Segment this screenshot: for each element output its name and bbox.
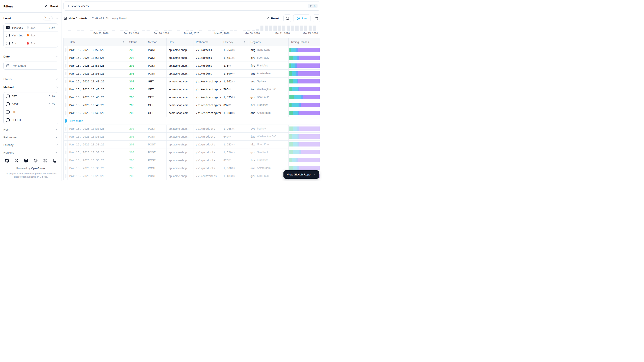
histogram-bar[interactable] (190, 30, 194, 31)
row-select-cell[interactable] (64, 156, 68, 164)
histogram-bar[interactable] (199, 30, 202, 31)
histogram-bar[interactable] (64, 31, 67, 31)
column-header-pathname[interactable]: Pathname (194, 38, 221, 46)
histogram-bar[interactable] (278, 26, 281, 31)
table-row[interactable]: Mar 15, 2026 10:30:26200POSTapi.acme-sho… (64, 125, 320, 133)
sun-icon[interactable] (34, 159, 38, 163)
histogram-bar[interactable] (98, 30, 102, 31)
histogram-bar[interactable] (308, 26, 312, 31)
histogram-bar[interactable] (296, 26, 298, 31)
row-select-cell[interactable] (64, 54, 68, 62)
view-github-repo-button[interactable]: View GitHub Repo (284, 170, 319, 179)
filters-reset-button[interactable]: Reset (50, 5, 58, 8)
section-regions[interactable]: Regions (4, 150, 58, 155)
section-status[interactable]: Status (4, 76, 58, 82)
column-header-regions[interactable]: Regions (248, 38, 288, 46)
chevron-down-icon[interactable] (55, 136, 58, 138)
table-row[interactable]: Mar 15, 2026 10:50:26200POSTapi.acme-sho… (64, 54, 320, 62)
histogram-bar[interactable] (77, 30, 80, 31)
histogram-bar[interactable] (230, 30, 233, 31)
histogram-bar[interactable] (282, 26, 285, 31)
chevron-up-icon[interactable] (55, 17, 58, 20)
row-select-cell[interactable] (64, 78, 68, 85)
histogram-bar[interactable] (164, 30, 168, 31)
x-logo-icon[interactable] (14, 159, 18, 163)
histogram-bar[interactable] (195, 31, 198, 31)
badge-clear-icon[interactable] (48, 17, 50, 20)
chevron-up-icon[interactable] (55, 86, 58, 88)
histogram-bar[interactable] (103, 30, 106, 31)
row-select-cell[interactable] (64, 101, 68, 109)
histogram-bar[interactable] (269, 26, 272, 31)
chevron-down-icon[interactable] (55, 78, 58, 80)
histogram-bar[interactable] (291, 26, 294, 31)
histogram-bar[interactable] (182, 31, 185, 31)
command-icon[interactable] (43, 159, 47, 163)
histogram-bar[interactable] (94, 31, 97, 31)
checkbox[interactable] (6, 102, 10, 106)
histogram-bar[interactable] (208, 30, 211, 31)
section-latency[interactable]: Latency (4, 142, 58, 147)
view-settings-button[interactable] (313, 14, 320, 22)
column-header-status[interactable]: Status (127, 38, 146, 46)
section-date[interactable]: Date (4, 54, 58, 59)
histogram-bar[interactable] (243, 30, 246, 31)
histogram-bar[interactable] (134, 30, 137, 31)
level-option-row[interactable]: Error5xx (4, 40, 58, 47)
method-option-row[interactable]: GET3.9k (4, 92, 58, 100)
histogram-bar[interactable] (238, 31, 242, 31)
chevron-down-icon[interactable] (55, 143, 58, 146)
row-select-cell[interactable] (64, 70, 68, 77)
hide-controls-button[interactable]: Hide Controls (64, 16, 88, 20)
histogram-bar[interactable] (260, 26, 264, 31)
row-select-cell[interactable] (64, 46, 68, 54)
row-select-cell[interactable] (64, 133, 68, 140)
section-level[interactable]: Level 1 (4, 16, 58, 21)
histogram-bar[interactable] (186, 30, 189, 31)
table-row[interactable]: Mar 15, 2026 10:30:26200POSTapi.acme-sho… (64, 156, 320, 164)
chevron-up-icon[interactable] (55, 55, 58, 58)
book-icon[interactable] (53, 159, 57, 163)
row-select-cell[interactable] (64, 86, 68, 93)
row-select-cell[interactable] (64, 62, 68, 70)
checkbox[interactable] (6, 42, 10, 45)
histogram-bar[interactable] (234, 30, 237, 31)
histogram-bar[interactable] (129, 31, 132, 31)
section-host[interactable]: Host (4, 127, 58, 132)
column-header-host[interactable]: Host (166, 38, 194, 46)
level-option-row[interactable]: Warning4xx (4, 32, 58, 40)
histogram-bar[interactable] (256, 29, 259, 31)
open-issue-link[interactable]: open an issue (21, 176, 36, 178)
histogram-bar[interactable] (173, 31, 176, 31)
row-select-cell[interactable] (64, 93, 68, 101)
histogram-bar[interactable] (107, 31, 110, 31)
column-header-latency[interactable]: Latency (221, 38, 248, 46)
histogram-bar[interactable] (274, 26, 277, 31)
histogram-bar[interactable] (68, 30, 71, 31)
level-option-row[interactable]: Success2xx7.6k (4, 24, 58, 32)
table-row[interactable]: Mar 15, 2026 10:40:26200GETacme-shop.com… (64, 101, 320, 109)
sort-icon[interactable] (122, 41, 125, 44)
method-option-row[interactable]: PUT (4, 108, 58, 116)
row-select-cell[interactable] (64, 164, 68, 172)
table-row[interactable]: Mar 15, 2026 10:40:26200GETacme-shop.com… (64, 109, 320, 117)
date-histogram[interactable]: Feb 20, 2026Feb 23, 2026Feb 26, 2026Mar … (64, 25, 320, 35)
histogram-bar[interactable] (247, 30, 250, 31)
row-select-cell[interactable] (64, 172, 68, 180)
histogram-bar[interactable] (304, 26, 307, 31)
row-select-cell[interactable] (64, 109, 68, 117)
openstatus-link[interactable]: OpenStatus (31, 167, 45, 170)
chevron-down-icon[interactable] (55, 128, 58, 131)
section-pathname[interactable]: Pathname (4, 134, 58, 140)
live-button[interactable]: Live (293, 14, 310, 22)
histogram-bar[interactable] (287, 26, 290, 31)
histogram-bar[interactable] (146, 30, 150, 31)
method-option-row[interactable]: DELETE (4, 116, 58, 124)
table-row[interactable]: Mar 15, 2026 10:40:26200GETacme-shop.com… (64, 93, 320, 101)
checkbox[interactable] (6, 34, 10, 37)
histogram-bar[interactable] (252, 30, 255, 31)
checkbox[interactable] (6, 26, 10, 29)
histogram-bar[interactable] (72, 31, 76, 31)
table-row[interactable]: Mar 15, 2026 10:40:26200GETacme-shop.com… (64, 86, 320, 93)
table-row[interactable]: Mar 15, 2026 10:30:26200POSTapi.acme-sho… (64, 164, 320, 172)
